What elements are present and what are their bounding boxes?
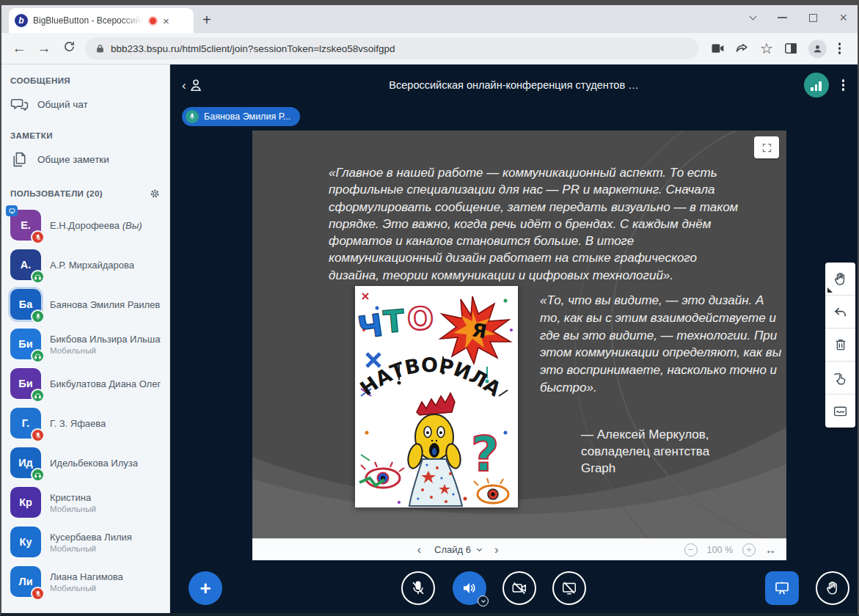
- share-screen-button[interactable]: [552, 571, 586, 605]
- svg-text:О: О: [406, 300, 434, 337]
- user-avatar: Ку: [10, 527, 41, 557]
- presentation-board-icon: [773, 579, 791, 597]
- undo-annotation-button[interactable]: [825, 296, 855, 329]
- avatar-initials: Е.: [21, 219, 31, 231]
- user-avatar: Ба: [10, 289, 41, 320]
- bigbluebutton-app: СООБЩЕНИЯ Общий чат ЗАМЕТКИ Общие заметк…: [1, 65, 858, 613]
- window-close-button[interactable]: ×: [839, 11, 847, 24]
- user-list-item[interactable]: Е.: [1, 205, 169, 245]
- unmute-microphone-button[interactable]: [401, 571, 435, 605]
- messages-header: СООБЩЕНИЯ: [1, 73, 169, 88]
- user-list-item[interactable]: Ли: [1, 562, 169, 601]
- zoom-in-button[interactable]: +: [742, 543, 756, 557]
- user-name: Г. З. Яфаева: [50, 418, 106, 429]
- slide-select-dropdown[interactable]: Слайд 6: [434, 544, 481, 555]
- user-avatar: Е.: [10, 210, 41, 241]
- user-avatar: Ид: [10, 447, 41, 478]
- back-button[interactable]: ←: [10, 40, 28, 56]
- browser-menu-icon[interactable]: [837, 41, 843, 56]
- share-webcam-button[interactable]: [502, 571, 536, 605]
- browser-toolbar: ← → bbb233.bspu.ru/html5client/join?sess…: [1, 33, 858, 65]
- attribution-line-3: Graph: [581, 461, 709, 477]
- slide-quote-2: «То, что вы видите, — это дизайн. А то, …: [540, 292, 783, 397]
- next-slide-button[interactable]: ›: [491, 543, 502, 557]
- reload-button[interactable]: [60, 40, 78, 56]
- user-list-item[interactable]: А.: [1, 245, 169, 285]
- sidebar-item-shared-notes[interactable]: Общие заметки: [1, 143, 169, 176]
- avatar-initials: Г.: [22, 417, 29, 429]
- bookmark-star-icon[interactable]: ☆: [760, 40, 773, 57]
- window-controls: ×: [750, 11, 847, 24]
- webcam-off-icon: [511, 580, 527, 596]
- user-text: А.Р. Мирхайдарова: [50, 260, 134, 271]
- user-list-item[interactable]: Ба: [1, 285, 169, 324]
- bigbluebutton-favicon: b: [15, 14, 28, 27]
- user-list-item[interactable]: Г.: [1, 403, 169, 443]
- user-list-item[interactable]: Би: [1, 324, 169, 364]
- clear-annotations-button[interactable]: [825, 329, 855, 362]
- restore-presentation-button[interactable]: [765, 571, 799, 605]
- window-minimize-button[interactable]: [778, 17, 787, 18]
- presentation-slide[interactable]: «Главное в нашей работе — коммуникационн…: [252, 131, 786, 538]
- user-name: Бикбова Ильзира Ильшато...: [50, 334, 161, 345]
- meeting-area: ‹ Всероссийская онлайн-конференция студе…: [170, 65, 858, 613]
- avatar-initials: Ба: [19, 298, 33, 310]
- shared-notes-label: Общие заметки: [37, 154, 109, 165]
- pan-tool-button[interactable]: [825, 362, 855, 395]
- fit-to-width-button[interactable]: ↔: [765, 543, 776, 556]
- user-list-item[interactable]: Ку: [1, 522, 169, 562]
- muted-mic-badge-icon: [31, 230, 45, 244]
- options-menu-icon[interactable]: [841, 78, 847, 92]
- previous-slide-button[interactable]: ‹: [414, 543, 424, 557]
- screenshare-off-icon: [561, 580, 577, 596]
- toggle-userlist-button[interactable]: ‹: [182, 77, 204, 93]
- slide-attribution: — Алексей Меркулов, совладелец агентства…: [581, 427, 709, 477]
- user-device-label: Мобильный: [50, 544, 132, 553]
- share-icon[interactable]: [735, 41, 750, 56]
- window-maximize-button[interactable]: [809, 14, 817, 22]
- multi-user-whiteboard-button[interactable]: [825, 395, 855, 428]
- audio-settings-button[interactable]: [453, 571, 486, 605]
- raise-hand-button[interactable]: [816, 571, 849, 605]
- fullscreen-expand-icon: [761, 142, 772, 153]
- user-name: Кристина: [50, 492, 96, 503]
- action-bar: +: [170, 571, 858, 605]
- browser-tab[interactable]: b BigBlueButton - Всероссийс ×: [9, 8, 194, 33]
- zoom-level-label: 100 %: [707, 545, 733, 555]
- signal-bar-icon: [819, 81, 822, 91]
- meeting-navbar: ‹ Всероссийская онлайн-конференция студе…: [170, 65, 858, 106]
- notes-icon: [10, 150, 29, 169]
- listen-only-badge-icon: [31, 270, 45, 284]
- audio-device-chevron-icon[interactable]: [478, 595, 489, 606]
- user-list-item[interactable]: Би: [1, 364, 169, 403]
- avatar-initials: Ид: [18, 457, 33, 469]
- actions-plus-button[interactable]: +: [189, 571, 222, 605]
- user-avatar: А.: [10, 249, 41, 280]
- user-list-item[interactable]: Ид: [1, 443, 169, 483]
- trash-icon: [833, 337, 848, 352]
- svg-text:?: ?: [471, 426, 499, 483]
- forward-button[interactable]: →: [35, 40, 53, 56]
- zoom-out-button[interactable]: −: [684, 543, 698, 557]
- svg-text:Ч: Ч: [356, 307, 385, 346]
- collapse-chevron-icon: ‹: [182, 79, 186, 92]
- connection-status-button[interactable]: [804, 73, 829, 98]
- sidebar-item-public-chat[interactable]: Общий чат: [1, 88, 169, 121]
- tab-search-chevron-icon[interactable]: [750, 13, 757, 21]
- sidebar: СООБЩЕНИЯ Общий чат ЗАМЕТКИ Общие заметк…: [1, 65, 170, 613]
- side-panel-icon[interactable]: [783, 41, 798, 56]
- manage-users-gear-icon[interactable]: [149, 188, 161, 199]
- fullscreen-button[interactable]: [754, 136, 779, 158]
- attribution-line-1: — Алексей Меркулов,: [581, 427, 709, 444]
- profile-avatar[interactable]: [808, 40, 827, 58]
- camera-in-use-icon[interactable]: [710, 41, 725, 56]
- users-header: ПОЛЬЗОВАТЕЛИ (20): [1, 185, 169, 202]
- user-text: Идельбекова Илуза: [50, 458, 138, 469]
- tab-close-icon[interactable]: ×: [163, 15, 169, 26]
- user-device-label: Мобильный: [50, 505, 96, 513]
- user-list-item[interactable]: Кр: [1, 483, 169, 522]
- tool-options-triangle: [827, 287, 833, 293]
- whiteboard-tools-button[interactable]: [825, 263, 855, 296]
- address-bar[interactable]: bbb233.bspu.ru/html5client/join?sessionT…: [85, 37, 698, 59]
- new-tab-button[interactable]: +: [202, 12, 211, 29]
